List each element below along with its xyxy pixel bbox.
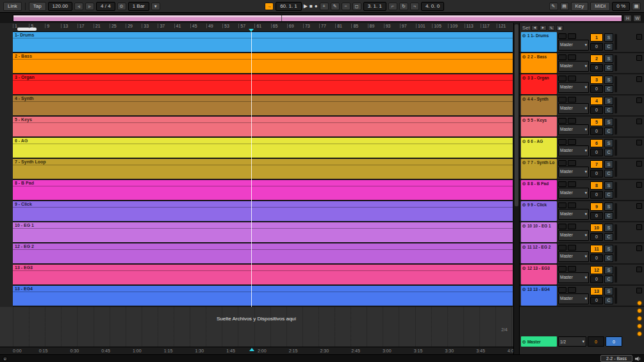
crossfade-assign-button[interactable] bbox=[636, 245, 642, 251]
pan-display[interactable]: C bbox=[604, 191, 613, 199]
monitor-auto-button[interactable] bbox=[568, 181, 576, 187]
orange-dot-icon[interactable] bbox=[637, 324, 642, 329]
pan-display[interactable]: C bbox=[604, 64, 613, 72]
pan-display[interactable]: C bbox=[604, 106, 613, 115]
track-header-row[interactable]: ⊙2 2 - BassMaster▾20SC bbox=[520, 53, 644, 74]
track-fold-icon[interactable]: ⊙ bbox=[522, 266, 526, 270]
track-activator-button[interactable]: 4 bbox=[590, 97, 603, 105]
crossfade-assign-button[interactable] bbox=[636, 161, 642, 167]
volume-display[interactable]: 0 bbox=[590, 170, 603, 178]
volume-display[interactable]: 0 bbox=[590, 212, 603, 220]
solo-button[interactable]: S bbox=[604, 202, 613, 211]
track-lane-1[interactable]: 1- Drums bbox=[13, 32, 513, 53]
monitor-in-button[interactable] bbox=[558, 202, 566, 208]
crossfade-assign-button[interactable] bbox=[636, 224, 642, 230]
track-title[interactable]: ⊙4 4 - Synth bbox=[521, 95, 557, 115]
monitor-auto-button[interactable] bbox=[568, 33, 576, 39]
monitor-in-button[interactable] bbox=[558, 160, 566, 166]
solo-button[interactable]: S bbox=[604, 266, 613, 274]
monitor-auto-button[interactable] bbox=[568, 160, 576, 166]
track-fold-icon[interactable]: ⊙ bbox=[522, 139, 526, 144]
track-lane-4[interactable]: 4 - Synth bbox=[13, 95, 513, 117]
crossfade-assign-button[interactable] bbox=[636, 267, 642, 272]
volume-display[interactable]: 0 bbox=[590, 106, 603, 115]
quantize-select[interactable]: 1 Bar bbox=[128, 2, 149, 11]
solo-button[interactable]: S bbox=[604, 224, 613, 232]
output-routing-select[interactable]: Master▾ bbox=[558, 82, 589, 93]
track-lane-8[interactable]: 8 - B Pad bbox=[13, 180, 513, 201]
loop-length-field[interactable]: 4. 0. 0 bbox=[421, 2, 444, 11]
monitor-auto-button[interactable] bbox=[568, 287, 576, 293]
track-activator-button[interactable]: 11 bbox=[590, 245, 603, 253]
clip-region[interactable] bbox=[13, 144, 513, 158]
loop-brace[interactable] bbox=[17, 28, 37, 31]
monitor-auto-button[interactable] bbox=[568, 54, 576, 60]
output-routing-select[interactable]: Master▾ bbox=[558, 188, 589, 199]
speaker-icon[interactable] bbox=[635, 356, 641, 361]
follow-button[interactable]: → bbox=[265, 3, 274, 10]
pan-display[interactable]: C bbox=[604, 254, 613, 263]
track-header-row[interactable]: ⊙10 10 - EG 1Master▾100SC bbox=[520, 222, 644, 243]
track-fold-icon[interactable]: ⊙ bbox=[522, 160, 526, 165]
clip-region[interactable] bbox=[13, 271, 513, 284]
overview-scroll-bar[interactable] bbox=[13, 15, 622, 22]
track-title[interactable]: ⊙2 2 - Bass bbox=[521, 53, 557, 73]
crossfade-assign-button[interactable] bbox=[636, 55, 642, 61]
volume-display[interactable]: 0 bbox=[590, 276, 603, 284]
track-activator-button[interactable]: 5 bbox=[590, 118, 603, 126]
volume-display[interactable]: 0 bbox=[590, 297, 603, 305]
track-title[interactable]: ⊙13 13 - EG4 bbox=[521, 286, 557, 306]
track-title[interactable]: ⊙11 12 - EG 2 bbox=[521, 243, 557, 263]
volume-display[interactable]: 0 bbox=[590, 233, 603, 242]
orange-dot-icon[interactable] bbox=[637, 300, 642, 306]
track-header-row[interactable]: ⊙3 3 - OrganMaster▾30SC bbox=[520, 74, 644, 95]
track-header-row[interactable]: ⊙12 13 - EG3Master▾120SC bbox=[520, 265, 644, 286]
monitor-in-button[interactable] bbox=[558, 139, 566, 145]
pan-display[interactable]: C bbox=[604, 170, 613, 178]
track-fold-icon[interactable]: ⊙ bbox=[522, 54, 526, 59]
arrangement-position-field[interactable]: 60. 1. 1 bbox=[276, 2, 302, 11]
show-hide-w-button[interactable]: W bbox=[633, 15, 641, 22]
pan-display[interactable]: C bbox=[604, 276, 613, 284]
monitor-auto-button[interactable] bbox=[568, 202, 576, 208]
output-routing-select[interactable]: Master▾ bbox=[558, 293, 589, 304]
stop-button[interactable]: ■ bbox=[310, 3, 313, 9]
track-header-row[interactable]: ⊙7 7 - Synth LoMaster▾70SC bbox=[520, 159, 644, 180]
playhead-marker-icon[interactable] bbox=[249, 29, 254, 32]
orange-dot-icon[interactable] bbox=[637, 308, 642, 313]
output-routing-select[interactable]: Master▾ bbox=[558, 251, 589, 262]
track-lane-7[interactable]: 7 - Synth Loop bbox=[13, 159, 513, 180]
loop-toggle-icon[interactable]: ↻ bbox=[399, 3, 408, 10]
plus-icon[interactable]: + bbox=[320, 3, 329, 10]
crossfade-assign-button[interactable] bbox=[636, 140, 642, 145]
crossfade-assign-button[interactable] bbox=[636, 34, 642, 40]
volume-display[interactable]: 0 bbox=[590, 128, 603, 136]
output-routing-select[interactable]: Master▾ bbox=[558, 230, 589, 241]
show-hide-h-button[interactable]: H bbox=[623, 15, 632, 22]
nudge-up-icon[interactable]: ▹ bbox=[85, 3, 94, 10]
quantize-dropdown-icon[interactable]: ▾ bbox=[151, 3, 160, 10]
volume-display[interactable]: 0 bbox=[590, 149, 603, 157]
output-routing-select[interactable]: Master▾ bbox=[558, 145, 589, 156]
track-activator-button[interactable]: 3 bbox=[590, 76, 603, 84]
track-fold-icon[interactable]: ⊙ bbox=[522, 245, 526, 249]
master-fold-icon[interactable]: ⊙ bbox=[522, 340, 526, 344]
track-header-row[interactable]: ⊙8 8 - B PadMaster▾80SC bbox=[520, 180, 644, 201]
monitor-auto-button[interactable] bbox=[568, 76, 576, 81]
solo-button[interactable]: S bbox=[604, 118, 613, 126]
vertical-scrollbar[interactable] bbox=[513, 23, 519, 354]
output-routing-select[interactable]: Master▾ bbox=[558, 103, 589, 114]
play-button[interactable]: ▶ bbox=[304, 3, 308, 9]
clip-region[interactable] bbox=[13, 292, 513, 306]
track-lane-6[interactable]: 6 - AG bbox=[13, 138, 513, 159]
track-activator-button[interactable]: 7 bbox=[590, 160, 603, 169]
monitor-in-button[interactable] bbox=[558, 54, 566, 60]
monitor-in-button[interactable] bbox=[558, 118, 566, 124]
solo-button[interactable]: S bbox=[604, 181, 613, 190]
nudge-down-icon[interactable]: ◃ bbox=[74, 3, 83, 10]
clip-region[interactable] bbox=[13, 60, 513, 73]
beat-time-ruler[interactable]: 1591317212529333741454953576165697377818… bbox=[13, 23, 513, 32]
master-track-title[interactable]: ⊙ Master bbox=[521, 336, 557, 347]
track-lane-10[interactable]: 10 - EG 1 bbox=[13, 222, 513, 243]
track-lane-13[interactable]: 13 - EG4 bbox=[13, 286, 513, 307]
